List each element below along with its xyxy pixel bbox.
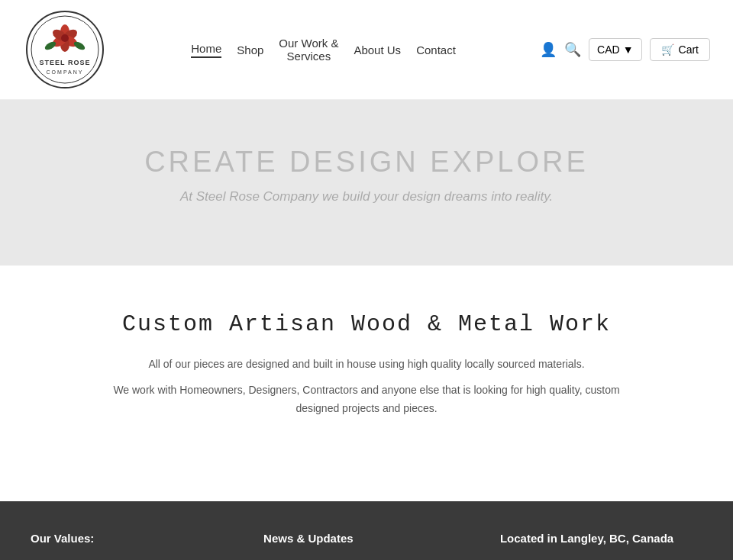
footer-values: Our Values: We believe in giving back to… (31, 532, 233, 560)
header-actions: 👤 🔍 CAD ▼ 🛒 Cart (540, 38, 710, 61)
footer-news: News & Updates Sign up to get the latest… (263, 532, 470, 560)
footer-values-title: Our Values: (31, 532, 233, 545)
main-paragraph-2: We work with Homeowners, Designers, Cont… (99, 381, 634, 418)
main-nav: Home Shop Our Work & Services About Us C… (191, 37, 456, 63)
main-content: Custom Artisan Wood & Metal Work All of … (0, 266, 733, 501)
footer-news-description: Sign up to get the latest on sales, new … (263, 557, 470, 560)
main-paragraph-1: All of our pieces are designed and built… (99, 356, 634, 374)
nav-contact[interactable]: Contact (416, 43, 456, 56)
cart-button[interactable]: 🛒 Cart (650, 38, 710, 61)
nav-about[interactable]: About Us (354, 43, 401, 56)
logo[interactable]: STEEL ROSE COMPANY (23, 8, 107, 92)
hero-heading: CREATE DESIGN EXPLORE (23, 146, 710, 179)
site-header: STEEL ROSE COMPANY Home Shop Our Work & … (0, 0, 733, 100)
nav-home[interactable]: Home (191, 42, 221, 58)
footer-columns: Our Values: We believe in giving back to… (31, 532, 702, 560)
svg-text:STEEL ROSE: STEEL ROSE (40, 59, 91, 66)
cart-label: Cart (679, 43, 699, 56)
search-icon[interactable]: 🔍 (564, 41, 581, 58)
chevron-down-icon: ▼ (623, 43, 634, 56)
nav-shop[interactable]: Shop (237, 43, 263, 56)
svg-text:COMPANY: COMPANY (47, 69, 84, 75)
nav-our-work[interactable]: Our Work & Services (279, 37, 338, 63)
main-title: Custom Artisan Wood & Metal Work (61, 311, 672, 337)
currency-selector[interactable]: CAD ▼ (589, 38, 641, 61)
footer-location-title: Located in Langley, BC, Canada (500, 532, 702, 545)
footer-location-text: We do not have a showroom at this time, … (500, 557, 702, 560)
cart-icon: 🛒 (661, 43, 674, 56)
footer-location: Located in Langley, BC, Canada We do not… (500, 532, 702, 560)
site-footer: Our Values: We believe in giving back to… (0, 501, 733, 560)
footer-values-text1: We believe in giving back to those in ne… (31, 557, 233, 560)
footer-news-title: News & Updates (263, 532, 470, 545)
hero-section: CREATE DESIGN EXPLORE At Steel Rose Comp… (0, 100, 733, 266)
svg-point-8 (61, 34, 69, 42)
account-icon[interactable]: 👤 (540, 41, 557, 58)
currency-label: CAD (597, 43, 620, 56)
hero-subheading: At Steel Rose Company we build your desi… (23, 189, 710, 204)
